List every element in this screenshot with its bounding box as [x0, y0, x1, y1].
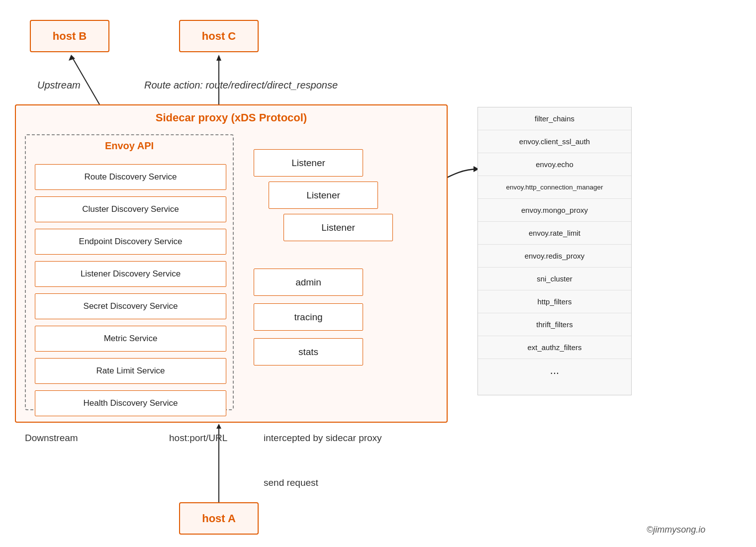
host-c-box: host C: [179, 20, 259, 52]
service-cluster-discovery: Cluster Discovery Service: [35, 196, 226, 222]
panel-item-9: thrift_filters: [478, 313, 631, 336]
send-request-label: send request: [264, 477, 318, 488]
stats-box: stats: [254, 338, 363, 365]
host-b-label: host B: [53, 30, 87, 43]
service-metric: Metric Service: [35, 326, 226, 352]
host-a-label: host A: [202, 512, 236, 525]
service-secret-label: Secret Discovery Service: [84, 301, 178, 311]
service-listener-label: Listener Discovery Service: [81, 269, 181, 279]
panel-item-3: envoy.http_connection_manager: [478, 176, 631, 199]
upstream-label: Upstream: [37, 80, 81, 91]
downstream-label: Downstream: [25, 433, 78, 444]
service-rate-limit: Rate Limit Service: [35, 358, 226, 384]
listener-box-2: Listener: [269, 182, 378, 209]
service-route-discovery: Route Discovery Service: [35, 164, 226, 190]
svg-marker-5: [216, 55, 221, 61]
listener-box-3: Listener: [284, 214, 393, 241]
host-b-box: host B: [30, 20, 109, 52]
panel-item-4: envoy.mongo_proxy: [478, 199, 631, 222]
admin-box: admin: [254, 269, 363, 296]
svg-marker-1: [216, 424, 221, 429]
listener-2-label: Listener: [306, 190, 340, 201]
tracing-label: tracing: [294, 312, 322, 323]
intercepted-label: intercepted by sidecar proxy: [264, 433, 382, 444]
panel-item-1: envoy.client_ssl_auth: [478, 130, 631, 153]
diagram-container: host B host C Upstream Route action: rou…: [0, 0, 756, 547]
service-metric-label: Metric Service: [104, 334, 158, 344]
envoy-api-title: Envoy API: [26, 140, 233, 152]
panel-item-8: http_filters: [478, 290, 631, 313]
listener-3-label: Listener: [321, 222, 355, 233]
panel-item-10: ext_authz_filters: [478, 336, 631, 359]
panel-item-6: envoy.redis_proxy: [478, 245, 631, 268]
service-cluster-label: Cluster Discovery Service: [82, 204, 179, 214]
service-endpoint-discovery: Endpoint Discovery Service: [35, 229, 226, 255]
listener-box-1: Listener: [254, 149, 363, 177]
sidecar-proxy-title: Sidecar proxy (xDS Protocol): [16, 111, 447, 124]
service-health-discovery: Health Discovery Service: [35, 390, 226, 416]
service-endpoint-label: Endpoint Discovery Service: [79, 237, 183, 247]
panel-item-5: envoy.rate_limit: [478, 222, 631, 245]
route-action-label: Route action: route/redirect/direct_resp…: [144, 80, 338, 91]
host-port-label: host:port/URL: [169, 433, 227, 444]
service-route-label: Route Discovery Service: [84, 172, 177, 182]
service-listener-discovery: Listener Discovery Service: [35, 261, 226, 287]
host-a-box: host A: [179, 502, 259, 535]
panel-item-0: filter_chains: [478, 107, 631, 130]
listener-1-label: Listener: [291, 158, 325, 169]
panel-item-7: sni_cluster: [478, 268, 631, 290]
service-secret-discovery: Secret Discovery Service: [35, 293, 226, 319]
copyright-label: ©jimmysong.io: [647, 525, 705, 535]
tracing-box: tracing: [254, 303, 363, 331]
host-c-label: host C: [202, 30, 236, 43]
svg-marker-3: [69, 55, 75, 61]
service-health-label: Health Discovery Service: [84, 398, 178, 408]
admin-label: admin: [295, 277, 321, 288]
panel-item-11: ...: [478, 359, 631, 382]
right-panel: filter_chains envoy.client_ssl_auth envo…: [477, 107, 632, 395]
panel-item-2: envoy.echo: [478, 153, 631, 176]
stats-label: stats: [298, 347, 318, 358]
service-rate-label: Rate Limit Service: [96, 366, 165, 376]
